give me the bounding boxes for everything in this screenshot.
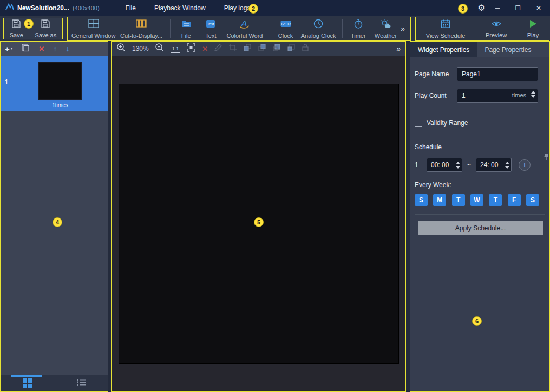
divider bbox=[415, 111, 545, 111]
week-day-button-sat[interactable]: S bbox=[526, 194, 539, 206]
crop-icon[interactable] bbox=[228, 43, 237, 54]
calendar-icon bbox=[440, 18, 451, 31]
range-tilde: ~ bbox=[467, 161, 471, 169]
play-icon bbox=[528, 19, 538, 31]
bring-forward-icon[interactable] bbox=[272, 43, 281, 54]
start-time-spinner[interactable] bbox=[456, 162, 460, 169]
week-day-button-tue[interactable]: T bbox=[452, 194, 465, 206]
end-time-spinner[interactable] bbox=[505, 162, 509, 169]
send-backward-icon[interactable] bbox=[287, 43, 296, 54]
cut-to-display-button[interactable]: Cut-to-Display... bbox=[116, 18, 166, 39]
save-button[interactable]: Save bbox=[10, 19, 23, 38]
minimize-button[interactable]: ─ bbox=[495, 4, 500, 12]
zoom-in-icon[interactable] bbox=[116, 43, 126, 55]
app-logo-icon bbox=[5, 3, 14, 13]
page-name-field[interactable] bbox=[457, 67, 538, 81]
week-day-button-mon[interactable]: M bbox=[433, 194, 446, 206]
save-as-button[interactable]: Save as bbox=[35, 19, 56, 38]
main-toolbar: Save Save as General Window Cut-to-D bbox=[0, 16, 550, 41]
settings-gear-icon[interactable]: ⚙ bbox=[477, 4, 485, 12]
week-day-button-thu[interactable]: T bbox=[489, 194, 502, 206]
spinner-down-icon[interactable] bbox=[456, 166, 460, 169]
validity-range-checkbox[interactable] bbox=[415, 119, 422, 127]
widget-toolbar: General Window Cut-to-Display... File Te… bbox=[67, 17, 411, 41]
widget-more-chevron[interactable]: » bbox=[401, 24, 405, 33]
validity-range-label: Validity Range bbox=[427, 119, 468, 127]
preview-button[interactable]: Preview bbox=[486, 19, 507, 38]
page-times-label: 1times bbox=[52, 102, 68, 108]
delete-widget-button[interactable]: ✕ bbox=[202, 45, 208, 53]
menu-playback-window[interactable]: Playback Window bbox=[154, 4, 206, 12]
delete-page-button[interactable]: ✕ bbox=[38, 45, 44, 53]
maximize-button[interactable]: ☐ bbox=[515, 4, 521, 12]
zoom-out-icon[interactable] bbox=[155, 43, 165, 55]
toolbar-separator bbox=[170, 19, 171, 38]
playback-toolbar: View Schedule Preview Play bbox=[415, 17, 549, 41]
view-schedule-button[interactable]: View Schedule bbox=[426, 18, 466, 39]
svg-text:12:12: 12:12 bbox=[280, 22, 291, 26]
week-day-button-sun[interactable]: S bbox=[415, 194, 428, 206]
annotation-badge-6: 6 bbox=[472, 316, 482, 326]
page-list-item[interactable]: 1 1times bbox=[1, 56, 108, 111]
save-as-icon bbox=[41, 19, 50, 31]
collapse-icon[interactable]: ─ bbox=[315, 45, 320, 52]
page-index: 1 bbox=[1, 56, 12, 111]
active-view-indicator bbox=[11, 375, 42, 377]
format-icon[interactable] bbox=[214, 43, 222, 54]
timer-widget-button[interactable]: Timer bbox=[346, 18, 371, 39]
spinner-up-icon[interactable] bbox=[456, 162, 460, 164]
spinner-up-icon[interactable] bbox=[505, 162, 509, 164]
analog-clock-button[interactable]: Analog Clock bbox=[298, 18, 339, 39]
schedule-start-field[interactable]: 00: 00 bbox=[427, 158, 462, 172]
menu-file[interactable]: File bbox=[126, 4, 136, 12]
properties-tabs: Widget Properties Page Properties bbox=[410, 42, 549, 57]
annotation-badge-5: 5 bbox=[254, 217, 264, 227]
clock-widget-button[interactable]: 12:12 Clock bbox=[273, 18, 298, 39]
apply-schedule-button[interactable]: Apply Schedule... bbox=[418, 221, 543, 235]
properties-panel: Widget Properties Page Properties Page N… bbox=[410, 41, 550, 392]
file-widget-button[interactable]: File bbox=[174, 18, 199, 39]
spinner-down-icon[interactable] bbox=[531, 95, 535, 98]
spinner-down-icon[interactable] bbox=[505, 166, 509, 169]
actual-size-button[interactable]: 1:1 bbox=[171, 45, 181, 53]
play-count-spinner[interactable] bbox=[531, 91, 535, 98]
colorful-word-button[interactable]: A Colorful Word bbox=[223, 18, 266, 39]
add-page-button[interactable]: + ▾ bbox=[5, 45, 12, 53]
annotation-badge-1: 1 bbox=[24, 19, 34, 29]
send-to-back-icon[interactable] bbox=[258, 43, 266, 54]
page-list-view-switch bbox=[1, 375, 108, 391]
duplicate-page-button[interactable] bbox=[21, 43, 30, 54]
pin-icon[interactable] bbox=[544, 153, 549, 162]
canvas-more-chevron[interactable]: » bbox=[396, 44, 401, 53]
move-page-up-button[interactable]: ↑ bbox=[53, 45, 57, 52]
grid-view-button[interactable] bbox=[1, 375, 54, 391]
page-list: 1 1times bbox=[1, 56, 108, 375]
fit-view-button[interactable] bbox=[186, 43, 196, 55]
eye-icon bbox=[491, 19, 502, 31]
week-day-button-fri[interactable]: F bbox=[508, 194, 521, 206]
close-button[interactable]: ✕ bbox=[536, 4, 541, 12]
toolbar-separator bbox=[270, 19, 270, 38]
window-grid-icon bbox=[88, 18, 100, 31]
general-window-button[interactable]: General Window bbox=[71, 18, 116, 39]
move-page-down-button[interactable]: ↓ bbox=[66, 45, 69, 52]
play-button[interactable]: Play bbox=[527, 19, 539, 38]
menu-play-logs[interactable]: Play logs bbox=[224, 4, 251, 12]
bring-to-front-icon[interactable] bbox=[243, 43, 252, 54]
spinner-up-icon[interactable] bbox=[531, 91, 535, 94]
schedule-end-value: 24: 00 bbox=[480, 161, 498, 169]
lock-icon[interactable] bbox=[302, 43, 309, 54]
divider bbox=[415, 214, 545, 215]
weather-widget-button[interactable]: Weather bbox=[371, 18, 401, 39]
list-view-button[interactable] bbox=[54, 375, 108, 391]
text-widget-button[interactable]: Text Text bbox=[199, 18, 224, 39]
add-schedule-button[interactable]: + bbox=[519, 159, 531, 171]
page-thumbnail[interactable] bbox=[38, 62, 82, 100]
week-day-button-wed[interactable]: W bbox=[470, 194, 483, 206]
annotation-badge-2: 2 bbox=[248, 4, 258, 14]
tab-widget-properties[interactable]: Widget Properties bbox=[410, 42, 477, 57]
schedule-label: Schedule bbox=[415, 143, 545, 151]
digital-clock-icon: 12:12 bbox=[280, 18, 292, 31]
tab-page-properties[interactable]: Page Properties bbox=[477, 42, 539, 57]
schedule-end-field[interactable]: 24: 00 bbox=[476, 158, 512, 172]
